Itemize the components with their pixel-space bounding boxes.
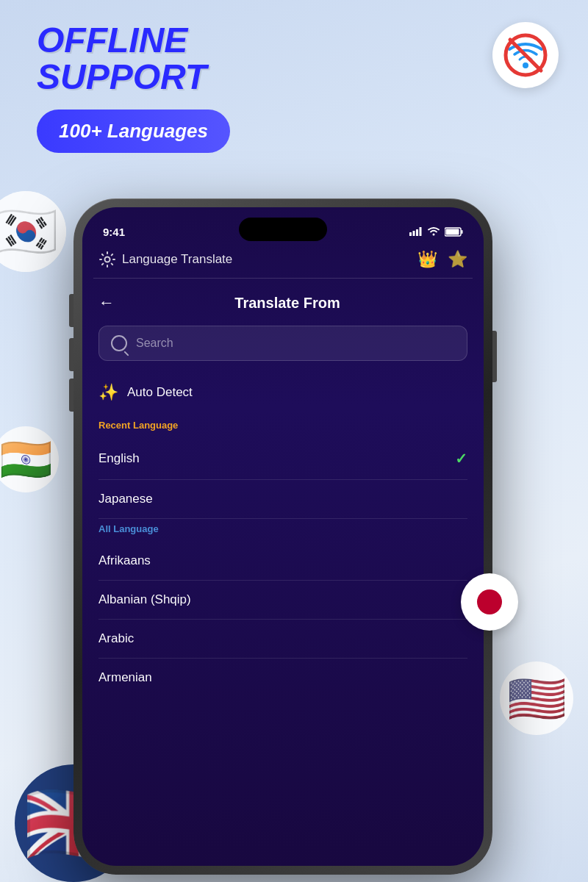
usa-flag: 🇺🇸: [500, 662, 573, 735]
back-button[interactable]: ←: [98, 293, 115, 312]
auto-detect-row[interactable]: ✨ Auto Detect: [98, 376, 467, 415]
star-icon[interactable]: ⭐: [448, 250, 467, 269]
dynamic-island: [239, 218, 327, 241]
svg-rect-9: [462, 230, 463, 234]
phone-device: 9:41: [74, 198, 492, 875]
language-name-english: English: [98, 451, 140, 466]
all-section-label: All Language: [98, 519, 467, 542]
language-row-albanian[interactable]: Albanian (Shqip): [98, 581, 467, 620]
header-section: OFFLINE SUPPORT 100+ Languages: [37, 22, 230, 153]
selected-checkmark: ✓: [455, 450, 467, 467]
no-wifi-icon: [503, 33, 548, 77]
sparkle-icon: ✨: [98, 383, 118, 402]
svg-rect-10: [446, 229, 459, 234]
korea-flag: 🇰🇷: [0, 191, 66, 272]
language-row-afrikaans[interactable]: Afrikaans: [98, 542, 467, 581]
language-name-albanian: Albanian (Shqip): [98, 592, 191, 607]
offline-title-line1: OFFLINE: [37, 22, 230, 59]
page-title: Translate From: [129, 295, 445, 312]
search-box[interactable]: Search: [98, 326, 467, 361]
status-time: 9:41: [103, 226, 125, 238]
language-row-english[interactable]: English ✓: [98, 438, 467, 480]
svg-rect-4: [413, 231, 415, 236]
svg-point-0: [523, 62, 528, 68]
wifi-icon: [427, 226, 440, 237]
crown-icon[interactable]: 👑: [417, 250, 437, 269]
language-name-arabic: Arabic: [98, 631, 134, 646]
svg-rect-3: [409, 232, 412, 236]
languages-badge-text: 100+ Languages: [59, 120, 208, 142]
india-flag: 🇮🇳: [0, 426, 59, 492]
language-row-japanese[interactable]: Japanese: [98, 480, 467, 519]
svg-rect-6: [420, 227, 422, 236]
language-name-japanese: Japanese: [98, 492, 153, 506]
language-name-armenian: Armenian: [98, 670, 152, 685]
svg-point-7: [433, 234, 435, 236]
no-wifi-badge: [492, 22, 559, 88]
search-icon: [111, 335, 127, 351]
auto-detect-label: Auto Detect: [127, 385, 193, 400]
japan-flag: [461, 573, 518, 631]
search-placeholder: Search: [136, 337, 173, 350]
language-row-armenian[interactable]: Armenian: [98, 659, 467, 697]
svg-rect-5: [416, 229, 418, 236]
status-icons: [409, 226, 463, 237]
language-name-afrikaans: Afrikaans: [98, 553, 151, 568]
svg-point-11: [105, 257, 110, 262]
battery-icon: [445, 227, 463, 237]
recent-section-label: Recent Language: [98, 415, 467, 438]
language-row-arabic[interactable]: Arabic: [98, 620, 467, 659]
signal-icon: [409, 227, 423, 236]
settings-gear-icon[interactable]: [98, 251, 116, 268]
japan-red-dot: [477, 589, 502, 614]
offline-title-line2: SUPPORT: [37, 59, 230, 96]
app-header: Language Translate 👑 ⭐: [82, 244, 484, 278]
page-header: ← Translate From: [98, 279, 467, 326]
app-title: Language Translate: [122, 252, 232, 267]
languages-badge: 100+ Languages: [37, 110, 230, 153]
